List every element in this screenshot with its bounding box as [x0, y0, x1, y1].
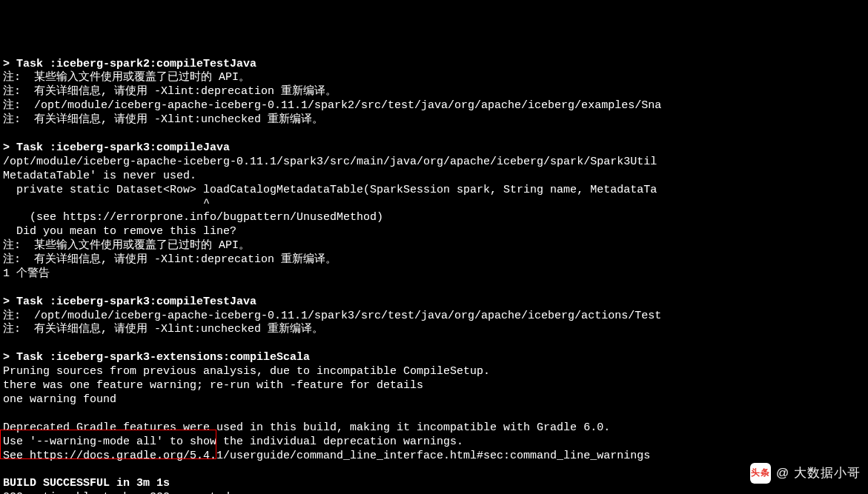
- terminal-line: [3, 337, 865, 351]
- terminal-line: > Task :iceberg-spark3:compileJava: [3, 141, 865, 156]
- terminal-line: 注: 有关详细信息, 请使用 -Xlint:deprecation 重新编译。: [3, 253, 865, 267]
- terminal-output[interactable]: > Task :iceberg-spark2:compileTestJava注:…: [3, 58, 865, 494]
- terminal-line: [3, 407, 865, 421]
- terminal-line: 注: 有关详细信息, 请使用 -Xlint:unchecked 重新编译。: [3, 113, 865, 127]
- terminal-line: > Task :iceberg-spark2:compileTestJava: [3, 58, 865, 72]
- terminal-line: BUILD SUCCESSFUL in 3m 1s: [3, 477, 865, 491]
- terminal-line: 注: 某些输入文件使用或覆盖了已过时的 API。: [3, 71, 865, 85]
- terminal-line: 注: 有关详细信息, 请使用 -Xlint:unchecked 重新编译。: [3, 323, 865, 337]
- watermark-text: @ 大数据小哥: [776, 465, 861, 481]
- terminal-line: one warning found: [3, 393, 865, 407]
- terminal-line: Did you mean to remove this line?: [3, 225, 865, 239]
- terminal-line: 注: /opt/module/iceberg-apache-iceberg-0.…: [3, 99, 865, 113]
- terminal-line: ^: [3, 197, 865, 211]
- watermark-icon: 头条: [750, 463, 771, 484]
- terminal-line: 注: /opt/module/iceberg-apache-iceberg-0.…: [3, 310, 865, 324]
- terminal-line: private static Dataset<Row> loadCatalogM…: [3, 184, 865, 198]
- terminal-line: there was one feature warning; re-run wi…: [3, 379, 865, 393]
- terminal-line: 222 actionable tasks: 222 executed: [3, 491, 865, 494]
- terminal-line: See https://docs.gradle.org/5.4.1/usergu…: [3, 450, 865, 464]
- terminal-line: Deprecated Gradle features were used in …: [3, 421, 865, 435]
- terminal-line: > Task :iceberg-spark3:compileTestJava: [3, 296, 865, 310]
- terminal-line: [3, 127, 865, 141]
- terminal-line: /opt/module/iceberg-apache-iceberg-0.11.…: [3, 156, 865, 170]
- terminal-line: (see https://errorprone.info/bugpattern/…: [3, 211, 865, 225]
- terminal-line: 注: 有关详细信息, 请使用 -Xlint:deprecation 重新编译。: [3, 85, 865, 99]
- terminal-line: 1 个警告: [3, 267, 865, 281]
- terminal-line: [3, 463, 865, 477]
- terminal-line: Use '--warning-mode all' to show the ind…: [3, 435, 865, 450]
- terminal-line: [3, 281, 865, 296]
- terminal-line: 注: 某些输入文件使用或覆盖了已过时的 API。: [3, 239, 865, 253]
- terminal-line: > Task :iceberg-spark3-extensions:compil…: [3, 351, 865, 365]
- watermark: 头条 @ 大数据小哥: [750, 463, 861, 484]
- terminal-line: MetadataTable' is never used.: [3, 170, 865, 184]
- terminal-line: Pruning sources from previous analysis, …: [3, 365, 865, 379]
